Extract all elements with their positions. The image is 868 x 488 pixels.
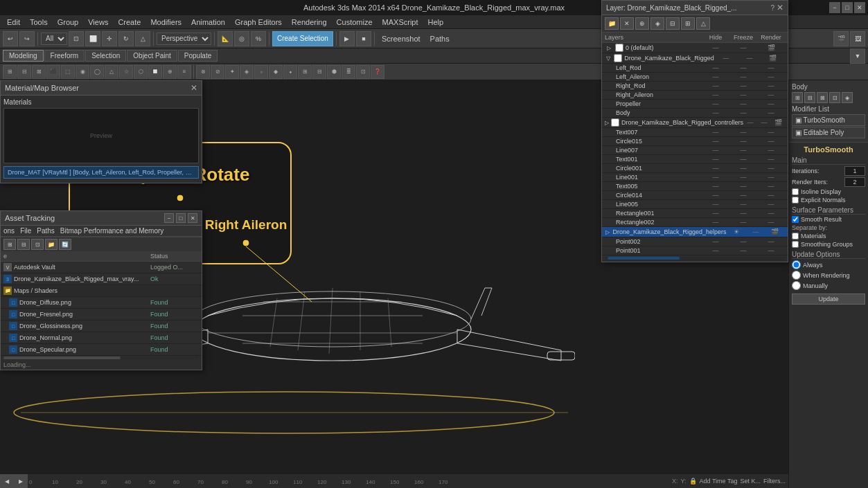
create-selection-button[interactable]: Create Selection [272, 31, 333, 46]
layer-checkbox-ctrl[interactable] [611, 118, 619, 127]
asset-menu-paths[interactable]: Paths [37, 227, 55, 235]
ts-manually-radio[interactable] [792, 281, 801, 290]
layer-row-controllers[interactable]: ▷ Drone_Kamikaze_Black_Rigged_controller… [602, 118, 788, 128]
icon-tb-21[interactable]: ⊞ [298, 65, 312, 79]
icon-tb-9[interactable]: ☆ [119, 65, 133, 79]
percent-snap-button[interactable]: % [251, 31, 266, 46]
rotate-button[interactable]: ↻ [118, 31, 134, 46]
panel-icon-4[interactable]: ⊡ [829, 92, 840, 103]
asset-menu-options[interactable]: ons [3, 227, 15, 235]
layer-tb-icon-1[interactable]: 📁 [605, 17, 619, 30]
layer-checkbox-drone[interactable] [614, 54, 622, 62]
layer-tb-icon-4[interactable]: ◈ [650, 17, 664, 30]
timeline-numbers[interactable]: 0 10 20 30 40 50 60 70 80 90 100 110 120… [28, 474, 669, 488]
menu-group[interactable]: Group [53, 17, 83, 28]
layer-row-text005[interactable]: Text005 — — — [602, 182, 788, 191]
play-button[interactable]: ▶ [339, 31, 355, 46]
maximize-button[interactable]: □ [842, 2, 853, 13]
icon-tb-26[interactable]: ❓ [371, 65, 384, 79]
minimize-button[interactable]: − [829, 2, 840, 13]
layer-tb-icon-3[interactable]: ⊕ [635, 17, 649, 30]
layer-row-body[interactable]: Body — — — [602, 109, 788, 118]
asset-minimize-button[interactable]: − [164, 213, 174, 223]
layer-help-button[interactable]: ? [770, 4, 774, 12]
panel-icon-2[interactable]: ⊟ [804, 92, 815, 103]
menu-tools[interactable]: Tools [26, 17, 52, 28]
asset-file-row-2[interactable]: □ Drone_Fresnel.png Found [1, 309, 202, 320]
ts-isoline-checkbox[interactable] [792, 188, 799, 195]
asset-tb-5[interactable]: 🔄 [59, 239, 71, 250]
icon-tb-16[interactable]: ✦ [225, 65, 239, 79]
layer-row-text001[interactable]: Text001 — — — [602, 155, 788, 164]
add-time-tag-button[interactable]: Add Time Tag [700, 478, 738, 485]
modifier-editable-poly[interactable]: ▣ Editable Poly [792, 127, 865, 138]
mode-selection[interactable]: Selection [85, 50, 126, 62]
undo-button[interactable]: ↩ [3, 31, 18, 46]
icon-tb-10[interactable]: ⬡ [134, 65, 148, 79]
set-k-button[interactable]: Set K... [740, 478, 761, 485]
layer-tb-icon-6[interactable]: ⊞ [681, 17, 695, 30]
asset-close-button[interactable]: ✕ [188, 213, 197, 223]
asset-file-row-5[interactable]: □ Drone_Specular.png Found [1, 344, 202, 356]
menu-create[interactable]: Create [114, 17, 145, 28]
layer-row-left-rod[interactable]: Left_Rod — — — [602, 64, 788, 73]
icon-tb-5[interactable]: ⬚ [61, 65, 75, 79]
asset-menu-file[interactable]: File [20, 227, 31, 235]
redo-button[interactable]: ↪ [19, 31, 35, 46]
ts-render-iters-input[interactable] [844, 177, 865, 187]
icon-tb-19[interactable]: ◆ [269, 65, 283, 79]
icon-tb-25[interactable]: ⊡ [356, 65, 370, 79]
icon-tb-18[interactable]: ⬦ [254, 65, 268, 79]
layer-scroll-thumb[interactable] [608, 257, 680, 260]
layer-tb-icon-2[interactable]: ✕ [620, 17, 634, 30]
ts-smoothing-groups-checkbox[interactable] [792, 241, 799, 248]
menu-views[interactable]: Views [84, 17, 112, 28]
ts-iterations-input[interactable] [844, 166, 865, 176]
icon-tb-2[interactable]: ⊟ [17, 65, 31, 79]
mode-modeling[interactable]: Modeling [3, 50, 44, 62]
icon-tb-1[interactable]: ⊞ [3, 65, 17, 79]
layer-row-rect001[interactable]: Rectangle001 — — — [602, 209, 788, 218]
asset-tb-2[interactable]: ⊟ [17, 239, 30, 250]
menu-maxscript[interactable]: MAXScript [378, 17, 423, 28]
icon-tb-17[interactable]: ◈ [240, 65, 254, 79]
layer-row-circle001[interactable]: Circle001 — — — [602, 164, 788, 173]
mode-freeform[interactable]: Freeform [44, 50, 85, 62]
layer-render-0[interactable]: 🎬 [757, 44, 785, 51]
asset-menu-bitmap[interactable]: Bitmap Performance and Memory [60, 227, 164, 235]
selection-filter-dropdown[interactable]: All [41, 33, 67, 45]
asset-tb-3[interactable]: ⊡ [31, 239, 44, 250]
asset-main-file-row[interactable]: 3 Drone_Kamikaze_Black_Rigged_max_vray..… [1, 273, 202, 285]
angle-snap-button[interactable]: ◎ [234, 31, 249, 46]
panel-icon-5[interactable]: ◈ [842, 92, 853, 103]
select-region-button[interactable]: ⬜ [85, 31, 100, 46]
mode-object-paint[interactable]: Object Paint [127, 50, 177, 62]
render-button[interactable]: 🎬 [833, 31, 849, 46]
ts-explicit-normals-checkbox[interactable] [792, 197, 799, 204]
panel-icon-1[interactable]: ⊞ [792, 92, 803, 103]
icon-tb-6[interactable]: ◉ [76, 65, 89, 79]
icon-tb-20[interactable]: ⬥ [283, 65, 297, 79]
menu-rendering[interactable]: Rendering [287, 17, 331, 28]
layer-row-right-aileron[interactable]: Right_Aileron — — — [602, 91, 788, 100]
icon-tb-12[interactable]: ⊕ [163, 65, 177, 79]
panel-icon-3[interactable]: ⊠ [817, 92, 828, 103]
menu-animation[interactable]: Animation [187, 17, 229, 28]
layer-row-0[interactable]: ▷ 0 (default) — — 🎬 [602, 43, 788, 53]
layer-row-circle014[interactable]: Circle014 — — — [602, 191, 788, 200]
menu-customize[interactable]: Customize [333, 17, 377, 28]
layer-row-line005[interactable]: Line005 — — — [602, 200, 788, 209]
layer-row-propeller[interactable]: Propeller — — — [602, 100, 788, 109]
ts-always-radio[interactable] [792, 260, 801, 269]
icon-tb-3[interactable]: ⊠ [32, 65, 46, 79]
menu-graph-editors[interactable]: Graph Editors [231, 17, 286, 28]
icon-tb-8[interactable]: △ [105, 65, 118, 79]
icon-tb-7[interactable]: ◯ [90, 65, 104, 79]
layer-row-right-rod[interactable]: Right_Rod — — — [602, 82, 788, 91]
asset-tb-1[interactable]: ⊞ [3, 239, 16, 250]
icon-tb-24[interactable]: ≣ [342, 65, 355, 79]
asset-maps-group-row[interactable]: 📁 Maps / Shaders [1, 285, 202, 297]
menu-help[interactable]: Help [424, 17, 448, 28]
layer-row-point002[interactable]: Point002 — — — [602, 237, 788, 246]
asset-restore-button[interactable]: □ [176, 213, 186, 223]
